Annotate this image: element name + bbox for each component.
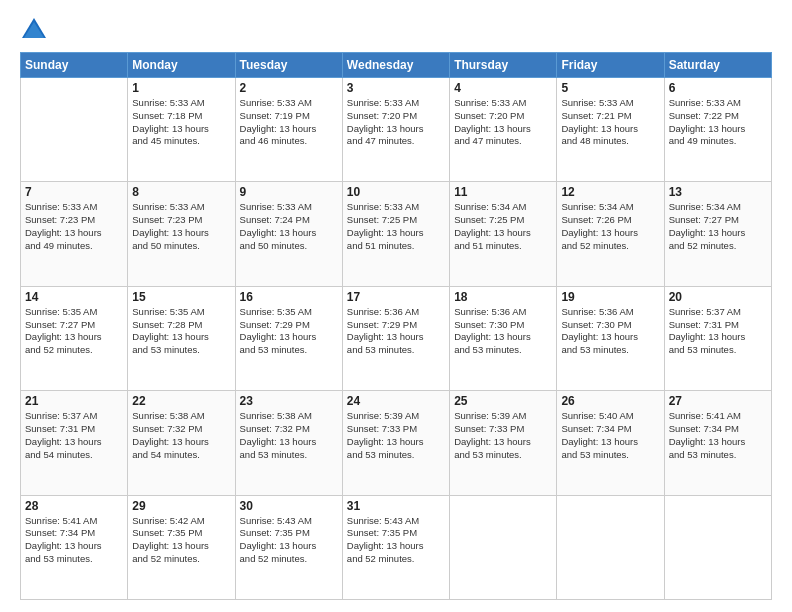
day-info: Sunrise: 5:37 AM Sunset: 7:31 PM Dayligh… — [25, 410, 123, 461]
calendar-cell: 28Sunrise: 5:41 AM Sunset: 7:34 PM Dayli… — [21, 495, 128, 599]
calendar-cell: 20Sunrise: 5:37 AM Sunset: 7:31 PM Dayli… — [664, 286, 771, 390]
day-number: 11 — [454, 185, 552, 199]
day-number: 29 — [132, 499, 230, 513]
day-number: 8 — [132, 185, 230, 199]
day-number: 27 — [669, 394, 767, 408]
calendar-cell: 10Sunrise: 5:33 AM Sunset: 7:25 PM Dayli… — [342, 182, 449, 286]
day-number: 22 — [132, 394, 230, 408]
day-number: 10 — [347, 185, 445, 199]
calendar-cell — [21, 78, 128, 182]
day-number: 5 — [561, 81, 659, 95]
calendar-cell: 7Sunrise: 5:33 AM Sunset: 7:23 PM Daylig… — [21, 182, 128, 286]
day-number: 21 — [25, 394, 123, 408]
day-info: Sunrise: 5:33 AM Sunset: 7:18 PM Dayligh… — [132, 97, 230, 148]
day-info: Sunrise: 5:34 AM Sunset: 7:27 PM Dayligh… — [669, 201, 767, 252]
calendar-cell: 8Sunrise: 5:33 AM Sunset: 7:23 PM Daylig… — [128, 182, 235, 286]
weekday-header-row: SundayMondayTuesdayWednesdayThursdayFrid… — [21, 53, 772, 78]
page: SundayMondayTuesdayWednesdayThursdayFrid… — [0, 0, 792, 612]
day-info: Sunrise: 5:43 AM Sunset: 7:35 PM Dayligh… — [240, 515, 338, 566]
day-number: 1 — [132, 81, 230, 95]
logo — [20, 16, 52, 44]
calendar-cell: 19Sunrise: 5:36 AM Sunset: 7:30 PM Dayli… — [557, 286, 664, 390]
day-number: 4 — [454, 81, 552, 95]
day-number: 2 — [240, 81, 338, 95]
day-info: Sunrise: 5:43 AM Sunset: 7:35 PM Dayligh… — [347, 515, 445, 566]
weekday-header: Sunday — [21, 53, 128, 78]
day-info: Sunrise: 5:35 AM Sunset: 7:28 PM Dayligh… — [132, 306, 230, 357]
day-info: Sunrise: 5:33 AM Sunset: 7:21 PM Dayligh… — [561, 97, 659, 148]
calendar-cell: 2Sunrise: 5:33 AM Sunset: 7:19 PM Daylig… — [235, 78, 342, 182]
day-number: 14 — [25, 290, 123, 304]
calendar-cell: 24Sunrise: 5:39 AM Sunset: 7:33 PM Dayli… — [342, 391, 449, 495]
header — [20, 16, 772, 44]
calendar-cell: 4Sunrise: 5:33 AM Sunset: 7:20 PM Daylig… — [450, 78, 557, 182]
calendar-cell: 14Sunrise: 5:35 AM Sunset: 7:27 PM Dayli… — [21, 286, 128, 390]
calendar-cell: 6Sunrise: 5:33 AM Sunset: 7:22 PM Daylig… — [664, 78, 771, 182]
day-number: 13 — [669, 185, 767, 199]
day-info: Sunrise: 5:41 AM Sunset: 7:34 PM Dayligh… — [25, 515, 123, 566]
weekday-header: Friday — [557, 53, 664, 78]
calendar-cell: 23Sunrise: 5:38 AM Sunset: 7:32 PM Dayli… — [235, 391, 342, 495]
day-number: 17 — [347, 290, 445, 304]
day-number: 30 — [240, 499, 338, 513]
day-number: 31 — [347, 499, 445, 513]
day-info: Sunrise: 5:37 AM Sunset: 7:31 PM Dayligh… — [669, 306, 767, 357]
day-info: Sunrise: 5:34 AM Sunset: 7:25 PM Dayligh… — [454, 201, 552, 252]
day-info: Sunrise: 5:33 AM Sunset: 7:23 PM Dayligh… — [25, 201, 123, 252]
logo-icon — [20, 16, 48, 44]
day-info: Sunrise: 5:33 AM Sunset: 7:24 PM Dayligh… — [240, 201, 338, 252]
calendar-week-row: 7Sunrise: 5:33 AM Sunset: 7:23 PM Daylig… — [21, 182, 772, 286]
calendar-table: SundayMondayTuesdayWednesdayThursdayFrid… — [20, 52, 772, 600]
day-info: Sunrise: 5:35 AM Sunset: 7:27 PM Dayligh… — [25, 306, 123, 357]
weekday-header: Tuesday — [235, 53, 342, 78]
calendar-cell: 1Sunrise: 5:33 AM Sunset: 7:18 PM Daylig… — [128, 78, 235, 182]
day-info: Sunrise: 5:33 AM Sunset: 7:19 PM Dayligh… — [240, 97, 338, 148]
calendar-week-row: 14Sunrise: 5:35 AM Sunset: 7:27 PM Dayli… — [21, 286, 772, 390]
day-info: Sunrise: 5:38 AM Sunset: 7:32 PM Dayligh… — [132, 410, 230, 461]
calendar-cell: 11Sunrise: 5:34 AM Sunset: 7:25 PM Dayli… — [450, 182, 557, 286]
calendar-cell: 17Sunrise: 5:36 AM Sunset: 7:29 PM Dayli… — [342, 286, 449, 390]
calendar-cell: 5Sunrise: 5:33 AM Sunset: 7:21 PM Daylig… — [557, 78, 664, 182]
calendar-cell: 21Sunrise: 5:37 AM Sunset: 7:31 PM Dayli… — [21, 391, 128, 495]
day-number: 7 — [25, 185, 123, 199]
day-number: 28 — [25, 499, 123, 513]
weekday-header: Monday — [128, 53, 235, 78]
day-info: Sunrise: 5:36 AM Sunset: 7:29 PM Dayligh… — [347, 306, 445, 357]
calendar-cell: 18Sunrise: 5:36 AM Sunset: 7:30 PM Dayli… — [450, 286, 557, 390]
day-info: Sunrise: 5:33 AM Sunset: 7:25 PM Dayligh… — [347, 201, 445, 252]
day-info: Sunrise: 5:33 AM Sunset: 7:20 PM Dayligh… — [347, 97, 445, 148]
day-number: 23 — [240, 394, 338, 408]
day-info: Sunrise: 5:36 AM Sunset: 7:30 PM Dayligh… — [561, 306, 659, 357]
day-number: 16 — [240, 290, 338, 304]
day-number: 20 — [669, 290, 767, 304]
calendar-cell: 3Sunrise: 5:33 AM Sunset: 7:20 PM Daylig… — [342, 78, 449, 182]
calendar-cell: 27Sunrise: 5:41 AM Sunset: 7:34 PM Dayli… — [664, 391, 771, 495]
weekday-header: Saturday — [664, 53, 771, 78]
day-number: 24 — [347, 394, 445, 408]
weekday-header: Wednesday — [342, 53, 449, 78]
calendar-cell: 31Sunrise: 5:43 AM Sunset: 7:35 PM Dayli… — [342, 495, 449, 599]
calendar-cell: 9Sunrise: 5:33 AM Sunset: 7:24 PM Daylig… — [235, 182, 342, 286]
day-info: Sunrise: 5:41 AM Sunset: 7:34 PM Dayligh… — [669, 410, 767, 461]
day-info: Sunrise: 5:34 AM Sunset: 7:26 PM Dayligh… — [561, 201, 659, 252]
calendar-cell — [664, 495, 771, 599]
calendar-cell: 13Sunrise: 5:34 AM Sunset: 7:27 PM Dayli… — [664, 182, 771, 286]
calendar-cell — [557, 495, 664, 599]
day-info: Sunrise: 5:35 AM Sunset: 7:29 PM Dayligh… — [240, 306, 338, 357]
day-info: Sunrise: 5:33 AM Sunset: 7:23 PM Dayligh… — [132, 201, 230, 252]
day-info: Sunrise: 5:33 AM Sunset: 7:22 PM Dayligh… — [669, 97, 767, 148]
calendar-week-row: 21Sunrise: 5:37 AM Sunset: 7:31 PM Dayli… — [21, 391, 772, 495]
calendar-cell: 30Sunrise: 5:43 AM Sunset: 7:35 PM Dayli… — [235, 495, 342, 599]
day-number: 18 — [454, 290, 552, 304]
calendar-week-row: 1Sunrise: 5:33 AM Sunset: 7:18 PM Daylig… — [21, 78, 772, 182]
calendar-cell: 22Sunrise: 5:38 AM Sunset: 7:32 PM Dayli… — [128, 391, 235, 495]
calendar-cell: 26Sunrise: 5:40 AM Sunset: 7:34 PM Dayli… — [557, 391, 664, 495]
day-info: Sunrise: 5:39 AM Sunset: 7:33 PM Dayligh… — [454, 410, 552, 461]
day-number: 15 — [132, 290, 230, 304]
calendar-cell: 12Sunrise: 5:34 AM Sunset: 7:26 PM Dayli… — [557, 182, 664, 286]
day-number: 19 — [561, 290, 659, 304]
day-number: 12 — [561, 185, 659, 199]
day-number: 9 — [240, 185, 338, 199]
day-info: Sunrise: 5:39 AM Sunset: 7:33 PM Dayligh… — [347, 410, 445, 461]
calendar-cell — [450, 495, 557, 599]
